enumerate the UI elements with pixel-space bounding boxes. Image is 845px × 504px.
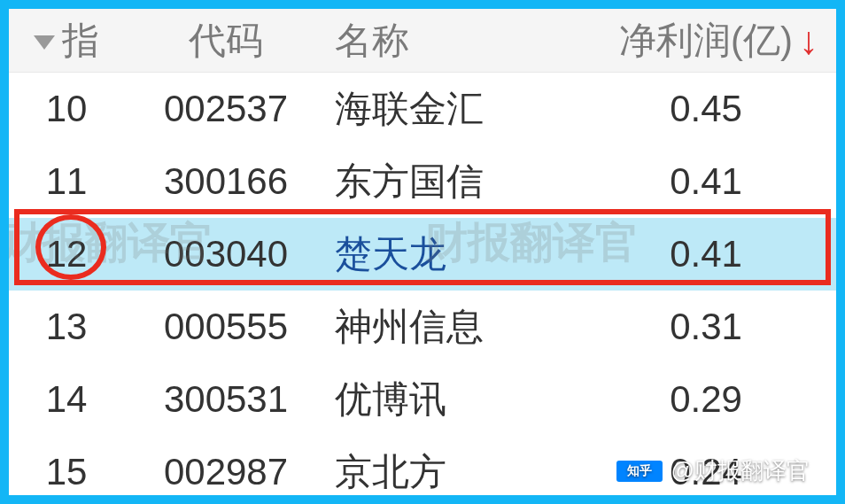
- app-frame: 指 代码 名称 净利润(亿) ↓ 10002537海联金汇0.451130016…: [0, 0, 845, 504]
- header-name[interactable]: 名称: [328, 16, 576, 66]
- header-code-label: 代码: [189, 19, 263, 61]
- sort-desc-icon: ↓: [799, 19, 818, 63]
- cell-code: 300166: [124, 160, 328, 203]
- stock-table: 指 代码 名称 净利润(亿) ↓ 10002537海联金汇0.451130016…: [9, 9, 836, 495]
- cell-index: 10: [9, 88, 124, 130]
- header-index[interactable]: 指: [9, 16, 124, 66]
- attribution: 知乎 @财报翻译官: [616, 455, 810, 486]
- table-row[interactable]: 12003040楚天龙0.41: [9, 218, 836, 291]
- table-row[interactable]: 10002537海联金汇0.45: [9, 73, 836, 145]
- table-header-row: 指 代码 名称 净利润(亿) ↓: [9, 9, 836, 73]
- cell-profit: 0.45: [576, 88, 836, 130]
- table-row[interactable]: 14300531优博讯0.29: [9, 363, 836, 436]
- cell-profit: 0.31: [576, 306, 836, 348]
- cell-index: 12: [9, 233, 124, 275]
- header-index-label: 指: [62, 19, 99, 61]
- cell-name: 优博讯: [328, 375, 576, 424]
- attribution-author: @财报翻译官: [671, 455, 810, 486]
- header-name-label: 名称: [335, 19, 409, 61]
- cell-index: 13: [9, 306, 124, 348]
- cell-name: 楚天龙: [328, 229, 576, 279]
- cell-name: 东方国信: [328, 157, 576, 206]
- cell-code: 003040: [124, 233, 328, 275]
- header-code[interactable]: 代码: [124, 16, 328, 66]
- cell-code: 002537: [124, 88, 328, 130]
- cell-index: 11: [9, 160, 124, 203]
- cell-profit: 0.29: [576, 378, 836, 421]
- cell-code: 002987: [124, 451, 328, 493]
- zhihu-logo-icon: 知乎: [616, 461, 663, 482]
- table-row[interactable]: 11300166东方国信0.41: [9, 145, 836, 218]
- cell-index: 14: [9, 378, 124, 421]
- cell-code: 000555: [124, 306, 328, 348]
- header-profit-label: 净利润(亿): [619, 19, 793, 61]
- cell-name: 神州信息: [328, 302, 576, 352]
- table-row[interactable]: 13000555神州信息0.31: [9, 291, 836, 363]
- header-profit[interactable]: 净利润(亿) ↓: [576, 16, 836, 66]
- cell-profit: 0.41: [576, 160, 836, 203]
- cell-code: 300531: [124, 378, 328, 421]
- dropdown-icon: [34, 35, 55, 50]
- rows-container: 10002537海联金汇0.4511300166东方国信0.4112003040…: [9, 73, 836, 504]
- cell-name: 京北方: [328, 447, 576, 497]
- cell-index: 15: [9, 451, 124, 493]
- cell-profit: 0.41: [576, 233, 836, 275]
- cell-name: 海联金汇: [328, 84, 576, 134]
